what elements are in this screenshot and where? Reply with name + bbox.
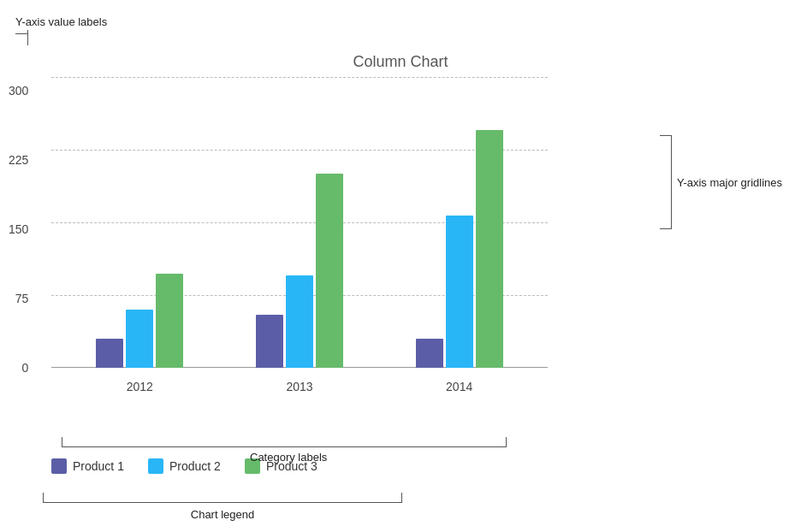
x-label-2012: 2012: [97, 380, 182, 393]
y-axis-labels: 300 225 150 75 0: [9, 77, 28, 368]
chart-legend-annotation-text: Chart legend: [191, 508, 254, 521]
y-label-75: 75: [15, 292, 29, 305]
y-label-300: 300: [9, 84, 28, 98]
x-label-2014: 2014: [417, 380, 502, 393]
bar-2012-product3: [156, 274, 183, 368]
x-labels: 2012 2013 2014: [51, 380, 548, 393]
bar-2014-product2: [446, 216, 473, 368]
bar-2014-product3: [476, 130, 503, 368]
bar-2012-product1: [96, 339, 123, 368]
page-container: Y-axis value labels Column Chart 300 225…: [0, 0, 801, 532]
x-label-2013: 2013: [257, 380, 342, 393]
bar-group-2013: [256, 174, 343, 368]
y-label-150: 150: [9, 222, 28, 236]
y-label-0: 0: [22, 361, 29, 375]
category-labels-annotation: Category labels: [62, 437, 507, 464]
yaxis-gridlines-annotation: Y-axis major gridlines: [658, 135, 782, 229]
yaxis-annotation: Y-axis value labels: [15, 15, 107, 45]
chart-legend-annotation: Chart legend: [43, 493, 402, 522]
yaxis-annotation-text: Y-axis value labels: [15, 15, 107, 28]
chart-area: 300 225 150 75 0: [51, 77, 548, 368]
y-label-225: 225: [9, 153, 28, 167]
category-annotation-text: Category labels: [250, 451, 327, 464]
chart-title: Column Chart: [0, 53, 801, 71]
bar-group-2014: [416, 130, 503, 368]
yaxis-gridlines-text: Y-axis major gridlines: [677, 176, 782, 189]
yaxis-bracket: [15, 30, 28, 45]
bar-2013-product1: [256, 315, 283, 368]
bar-2013-product3: [316, 174, 343, 368]
bar-2013-product2: [286, 275, 313, 368]
bar-group-2012: [96, 274, 183, 368]
bars-container: [51, 77, 548, 368]
bar-2012-product2: [126, 310, 153, 368]
bar-2014-product1: [416, 339, 443, 368]
